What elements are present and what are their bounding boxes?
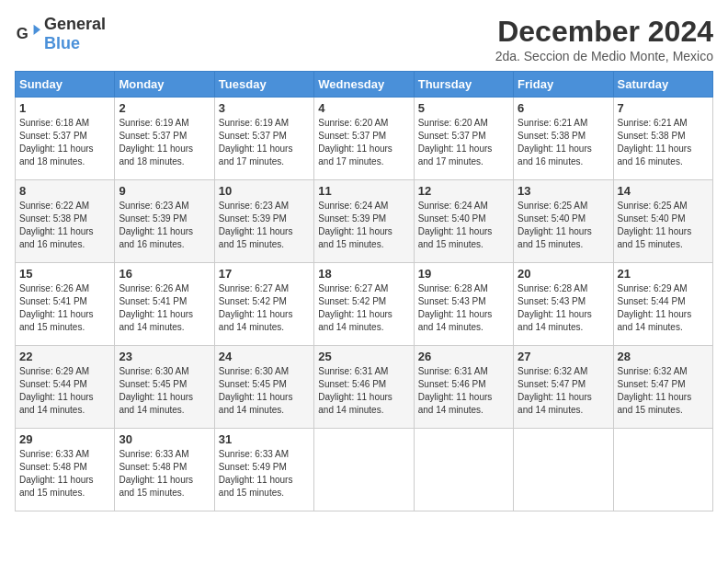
day-number: 27: [518, 350, 609, 363]
calendar-cell: 1Sunrise: 6:18 AMSunset: 5:37 PMDaylight…: [16, 98, 115, 180]
calendar-cell: [414, 429, 513, 511]
weekday-header-thursday: Thursday: [414, 72, 513, 98]
weekday-header-saturday: Saturday: [613, 72, 712, 98]
logo-general: General: [44, 15, 106, 33]
day-info: Sunrise: 6:27 AMSunset: 5:42 PMDaylight:…: [318, 282, 409, 334]
calendar-cell: 10Sunrise: 6:23 AMSunset: 5:39 PMDayligh…: [214, 180, 313, 263]
day-number: 14: [618, 184, 709, 198]
day-info: Sunrise: 6:30 AMSunset: 5:45 PMDaylight:…: [219, 365, 310, 417]
calendar-week-4: 22Sunrise: 6:29 AMSunset: 5:44 PMDayligh…: [16, 346, 713, 429]
month-title: December 2024: [495, 15, 713, 49]
calendar-cell: 29Sunrise: 6:33 AMSunset: 5:48 PMDayligh…: [16, 429, 115, 511]
calendar-cell: 16Sunrise: 6:26 AMSunset: 5:41 PMDayligh…: [115, 263, 214, 346]
day-info: Sunrise: 6:20 AMSunset: 5:37 PMDaylight:…: [418, 117, 509, 168]
logo: G General Blue: [15, 15, 106, 53]
day-number: 17: [219, 267, 310, 281]
calendar-cell: 7Sunrise: 6:21 AMSunset: 5:38 PMDaylight…: [613, 98, 712, 180]
day-info: Sunrise: 6:33 AMSunset: 5:48 PMDaylight:…: [19, 448, 110, 500]
day-info: Sunrise: 6:19 AMSunset: 5:37 PMDaylight:…: [119, 117, 210, 168]
day-number: 16: [119, 267, 210, 281]
day-info: Sunrise: 6:29 AMSunset: 5:44 PMDaylight:…: [19, 365, 110, 417]
day-number: 4: [318, 101, 409, 115]
day-info: Sunrise: 6:19 AMSunset: 5:37 PMDaylight:…: [219, 117, 310, 168]
day-number: 13: [518, 184, 609, 198]
day-number: 3: [219, 101, 310, 115]
day-number: 29: [19, 432, 110, 446]
calendar-cell: 27Sunrise: 6:32 AMSunset: 5:47 PMDayligh…: [514, 346, 613, 429]
calendar-week-5: 29Sunrise: 6:33 AMSunset: 5:48 PMDayligh…: [16, 429, 713, 511]
day-info: Sunrise: 6:33 AMSunset: 5:48 PMDaylight:…: [119, 448, 210, 500]
day-number: 21: [618, 267, 709, 281]
svg-marker-1: [34, 25, 40, 35]
day-info: Sunrise: 6:32 AMSunset: 5:47 PMDaylight:…: [618, 365, 709, 417]
calendar-cell: 5Sunrise: 6:20 AMSunset: 5:37 PMDaylight…: [414, 98, 513, 180]
day-number: 26: [418, 350, 509, 363]
day-number: 22: [19, 350, 110, 363]
calendar-cell: 26Sunrise: 6:31 AMSunset: 5:46 PMDayligh…: [414, 346, 513, 429]
day-number: 20: [518, 267, 609, 281]
calendar-week-1: 1Sunrise: 6:18 AMSunset: 5:37 PMDaylight…: [16, 98, 713, 180]
calendar-cell: 30Sunrise: 6:33 AMSunset: 5:48 PMDayligh…: [115, 429, 214, 511]
calendar-cell: 28Sunrise: 6:32 AMSunset: 5:47 PMDayligh…: [613, 346, 712, 429]
calendar-cell: 14Sunrise: 6:25 AMSunset: 5:40 PMDayligh…: [613, 180, 712, 263]
calendar-cell: 18Sunrise: 6:27 AMSunset: 5:42 PMDayligh…: [314, 263, 414, 346]
calendar-cell: 23Sunrise: 6:30 AMSunset: 5:45 PMDayligh…: [115, 346, 214, 429]
calendar-cell: 12Sunrise: 6:24 AMSunset: 5:40 PMDayligh…: [414, 180, 513, 263]
weekday-header-wednesday: Wednesday: [314, 72, 414, 98]
day-info: Sunrise: 6:20 AMSunset: 5:37 PMDaylight:…: [318, 117, 409, 168]
day-number: 28: [618, 350, 709, 363]
calendar-cell: 19Sunrise: 6:28 AMSunset: 5:43 PMDayligh…: [414, 263, 513, 346]
day-info: Sunrise: 6:26 AMSunset: 5:41 PMDaylight:…: [119, 282, 210, 334]
logo-icon: G: [15, 21, 40, 47]
day-info: Sunrise: 6:29 AMSunset: 5:44 PMDaylight:…: [618, 282, 709, 334]
calendar-cell: 17Sunrise: 6:27 AMSunset: 5:42 PMDayligh…: [214, 263, 313, 346]
day-info: Sunrise: 6:24 AMSunset: 5:39 PMDaylight:…: [318, 200, 409, 251]
day-info: Sunrise: 6:25 AMSunset: 5:40 PMDaylight:…: [518, 200, 609, 251]
day-info: Sunrise: 6:31 AMSunset: 5:46 PMDaylight:…: [318, 365, 409, 417]
day-number: 19: [418, 267, 509, 281]
day-info: Sunrise: 6:31 AMSunset: 5:46 PMDaylight:…: [418, 365, 509, 417]
calendar-cell: 31Sunrise: 6:33 AMSunset: 5:49 PMDayligh…: [214, 429, 313, 511]
calendar-cell: 20Sunrise: 6:28 AMSunset: 5:43 PMDayligh…: [514, 263, 613, 346]
calendar-week-2: 8Sunrise: 6:22 AMSunset: 5:38 PMDaylight…: [16, 180, 713, 263]
day-info: Sunrise: 6:21 AMSunset: 5:38 PMDaylight:…: [618, 117, 709, 168]
day-number: 24: [219, 350, 310, 363]
calendar-cell: 11Sunrise: 6:24 AMSunset: 5:39 PMDayligh…: [314, 180, 414, 263]
day-number: 9: [119, 184, 210, 198]
day-number: 5: [418, 101, 509, 115]
calendar-cell: 6Sunrise: 6:21 AMSunset: 5:38 PMDaylight…: [514, 98, 613, 180]
day-number: 12: [418, 184, 509, 198]
day-info: Sunrise: 6:26 AMSunset: 5:41 PMDaylight:…: [19, 282, 110, 334]
day-number: 6: [518, 101, 609, 115]
svg-text:G: G: [17, 25, 28, 42]
day-number: 23: [119, 350, 210, 363]
day-number: 31: [219, 432, 310, 446]
calendar-cell: 3Sunrise: 6:19 AMSunset: 5:37 PMDaylight…: [214, 98, 313, 180]
weekday-header-sunday: Sunday: [16, 72, 115, 98]
day-number: 8: [19, 184, 110, 198]
day-number: 15: [19, 267, 110, 281]
logo-blue: Blue: [44, 34, 80, 52]
calendar-table: SundayMondayTuesdayWednesdayThursdayFrid…: [15, 71, 713, 511]
day-info: Sunrise: 6:24 AMSunset: 5:40 PMDaylight:…: [418, 200, 509, 251]
day-info: Sunrise: 6:33 AMSunset: 5:49 PMDaylight:…: [219, 448, 310, 500]
calendar-cell: 4Sunrise: 6:20 AMSunset: 5:37 PMDaylight…: [314, 98, 414, 180]
day-info: Sunrise: 6:22 AMSunset: 5:38 PMDaylight:…: [19, 200, 110, 251]
weekday-header-tuesday: Tuesday: [214, 72, 313, 98]
day-number: 7: [618, 101, 709, 115]
calendar-cell: [613, 429, 712, 511]
calendar-cell: 8Sunrise: 6:22 AMSunset: 5:38 PMDaylight…: [16, 180, 115, 263]
calendar-cell: 22Sunrise: 6:29 AMSunset: 5:44 PMDayligh…: [16, 346, 115, 429]
calendar-cell: 25Sunrise: 6:31 AMSunset: 5:46 PMDayligh…: [314, 346, 414, 429]
calendar-cell: 15Sunrise: 6:26 AMSunset: 5:41 PMDayligh…: [16, 263, 115, 346]
day-number: 25: [318, 350, 409, 363]
day-number: 18: [318, 267, 409, 281]
calendar-cell: 21Sunrise: 6:29 AMSunset: 5:44 PMDayligh…: [613, 263, 712, 346]
day-info: Sunrise: 6:32 AMSunset: 5:47 PMDaylight:…: [518, 365, 609, 417]
day-info: Sunrise: 6:25 AMSunset: 5:40 PMDaylight:…: [618, 200, 709, 251]
calendar-cell: 13Sunrise: 6:25 AMSunset: 5:40 PMDayligh…: [514, 180, 613, 263]
day-info: Sunrise: 6:23 AMSunset: 5:39 PMDaylight:…: [219, 200, 310, 251]
location-subtitle: 2da. Seccion de Medio Monte, Mexico: [495, 49, 713, 63]
title-block: December 2024 2da. Seccion de Medio Mont…: [495, 15, 713, 63]
day-info: Sunrise: 6:28 AMSunset: 5:43 PMDaylight:…: [518, 282, 609, 334]
